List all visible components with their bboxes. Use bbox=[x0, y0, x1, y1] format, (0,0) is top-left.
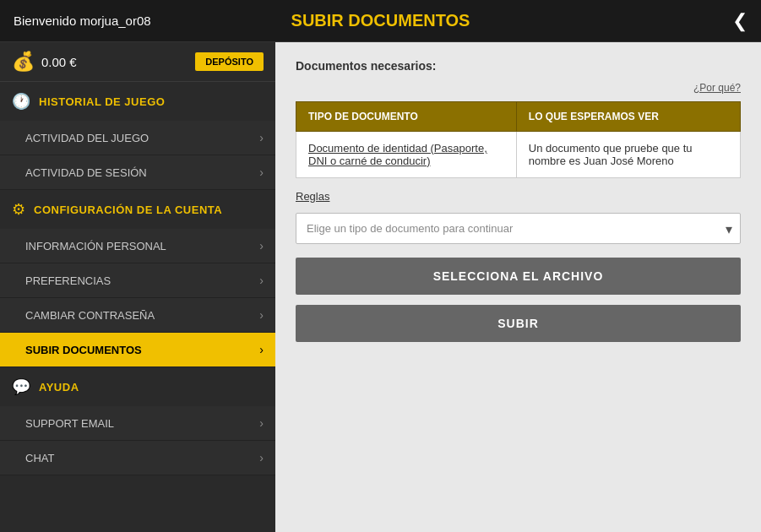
actividad-sesion-arrow: › bbox=[259, 166, 264, 179]
balance-amount: 0.00 € bbox=[41, 55, 195, 69]
balance-row: 💰 0.00 € DEPÓSITO bbox=[0, 42, 275, 82]
content-area: Documentos necesarios: ¿Por qué? TIPO DE… bbox=[275, 42, 761, 532]
sidebar: 💰 0.00 € DEPÓSITO 🕐 HISTORIAL DE JUEGO A… bbox=[0, 42, 275, 532]
sidebar-item-actividad-sesion[interactable]: ACTIVIDAD DE SESIÓN › bbox=[0, 155, 275, 190]
back-button[interactable]: ❮ bbox=[564, 10, 747, 32]
ayuda-icon: 💬 bbox=[12, 377, 30, 396]
deposit-button[interactable]: DEPÓSITO bbox=[195, 52, 264, 71]
upload-button[interactable]: SUBIR bbox=[296, 305, 741, 342]
support-email-arrow: › bbox=[259, 416, 264, 430]
sidebar-item-support-email[interactable]: SUPPORT EMAIL › bbox=[0, 406, 275, 441]
subir-documentos-arrow: › bbox=[259, 343, 264, 356]
doc-type-select[interactable]: Elige un tipo de documento para continua… bbox=[296, 213, 741, 244]
actividad-juego-label: ACTIVIDAD DEL JUEGO bbox=[25, 132, 259, 144]
historial-label: HISTORIAL DE JUEGO bbox=[39, 95, 264, 108]
info-personal-label: INFORMACIÓN PERSONAL bbox=[25, 240, 259, 252]
info-personal-arrow: › bbox=[259, 239, 264, 252]
actividad-sesion-label: ACTIVIDAD DE SESIÓN bbox=[25, 166, 259, 179]
historial-icon: 🕐 bbox=[12, 92, 30, 111]
sidebar-item-cambiar-contrasena[interactable]: CAMBIAR CONTRASEÑA › bbox=[0, 298, 275, 333]
select-file-button[interactable]: SELECCIONA EL ARCHIVO bbox=[296, 258, 741, 295]
col1-header: TIPO DE DOCUMENTO bbox=[296, 102, 517, 132]
sidebar-section-historial[interactable]: 🕐 HISTORIAL DE JUEGO bbox=[0, 82, 275, 121]
configuracion-icon: ⚙ bbox=[12, 200, 25, 219]
doc-select-wrapper: Elige un tipo de documento para continua… bbox=[296, 213, 741, 244]
main-layout: 💰 0.00 € DEPÓSITO 🕐 HISTORIAL DE JUEGO A… bbox=[0, 42, 761, 532]
sidebar-item-subir-documentos[interactable]: SUBIR DOCUMENTOS › bbox=[0, 333, 275, 367]
actividad-juego-arrow: › bbox=[259, 131, 264, 144]
sidebar-item-chat[interactable]: CHAT › bbox=[0, 441, 275, 475]
ayuda-label: AYUDA bbox=[39, 381, 264, 394]
chat-label: CHAT bbox=[25, 452, 259, 464]
sidebar-section-ayuda[interactable]: 💬 AYUDA bbox=[0, 367, 275, 406]
subir-documentos-label: SUBIR DOCUMENTOS bbox=[25, 344, 259, 356]
cambiar-contrasena-arrow: › bbox=[259, 308, 264, 322]
rules-link[interactable]: Reglas bbox=[296, 190, 329, 203]
configuracion-label: CONFIGURACIÓN DE LA CUENTA bbox=[34, 204, 264, 216]
preferencias-label: PREFERENCIAS bbox=[25, 274, 259, 287]
doc-type-link[interactable]: Documento de identidad (Pasaporte, DNI o… bbox=[308, 142, 487, 167]
doc-table-row: Documento de identidad (Pasaporte, DNI o… bbox=[296, 132, 741, 178]
doc-description-cell: Un documento que pruebe que tu nombre es… bbox=[516, 132, 740, 178]
cambiar-contrasena-label: CAMBIAR CONTRASEÑA bbox=[25, 309, 259, 322]
content-subtitle: Documentos necesarios: bbox=[296, 59, 741, 73]
page-title: SUBIR DOCUMENTOS bbox=[197, 11, 564, 30]
chat-arrow: › bbox=[259, 451, 264, 464]
support-email-label: SUPPORT EMAIL bbox=[25, 417, 259, 430]
balance-icon: 💰 bbox=[12, 51, 35, 73]
sidebar-item-actividad-juego[interactable]: ACTIVIDAD DEL JUEGO › bbox=[0, 121, 275, 155]
preferencias-arrow: › bbox=[259, 274, 264, 287]
document-table: TIPO DE DOCUMENTO LO QUE ESPERAMOS VER D… bbox=[296, 101, 741, 178]
col2-header: LO QUE ESPERAMOS VER bbox=[516, 102, 740, 132]
welcome-text: Bienvenido morjua_or08 bbox=[14, 14, 197, 28]
sidebar-section-configuracion[interactable]: ⚙ CONFIGURACIÓN DE LA CUENTA bbox=[0, 190, 275, 229]
header: Bienvenido morjua_or08 SUBIR DOCUMENTOS … bbox=[0, 0, 761, 42]
why-link[interactable]: ¿Por qué? bbox=[693, 82, 741, 94]
why-link-wrapper: ¿Por qué? bbox=[296, 79, 741, 95]
sidebar-item-info-personal[interactable]: INFORMACIÓN PERSONAL › bbox=[0, 229, 275, 263]
doc-type-cell: Documento de identidad (Pasaporte, DNI o… bbox=[296, 132, 517, 178]
sidebar-item-preferencias[interactable]: PREFERENCIAS › bbox=[0, 263, 275, 298]
